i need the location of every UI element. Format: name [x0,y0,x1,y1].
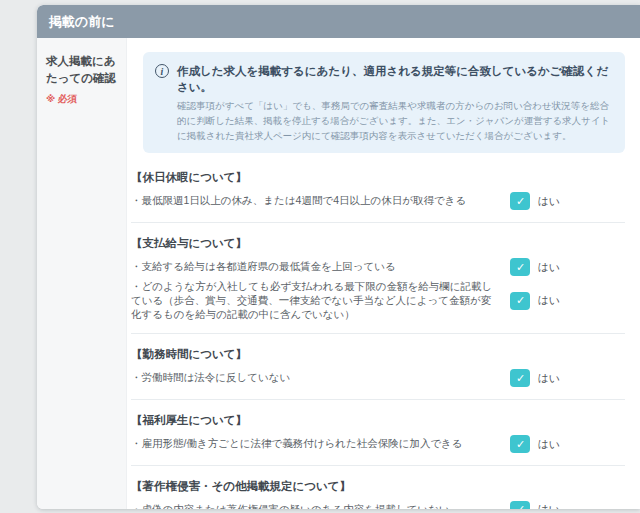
yes-checkbox-group[interactable]: ✓はい [510,292,560,310]
checkbox-label[interactable]: はい [537,293,560,308]
panel-body: 求人掲載にあたっての確認 ※ 必須 i 作成した求人を掲載するにあたり、適用され… [37,38,640,509]
sidebar: 求人掲載にあたっての確認 ※ 必須 [37,38,127,509]
checklist-section: 【著作権侵害・その他掲載規定について】・虚偽の内容または著作権侵害の疑いのある内… [131,466,625,509]
check-item-text: ・虚偽の内容または著作権侵害の疑いのある内容を掲載していない [131,503,499,509]
notice-body: 確認事項がすべて「はい」でも、事務局での審査結果や求職者の方からのお問い合わせ状… [177,99,611,143]
yes-checkbox-group[interactable]: ✓はい [510,501,560,509]
checkbox-checked[interactable]: ✓ [510,501,530,509]
check-row: ・雇用形態/働き方ごとに法律で義務付けられた社会保険に加入できる✓はい [131,435,625,453]
section-heading: 【休日休暇について】 [131,170,625,185]
check-row: ・最低限週1日以上の休み、または4週間で4日以上の休日が取得できる✓はい [131,192,625,210]
checkbox-checked[interactable]: ✓ [510,258,530,276]
checkbox-label[interactable]: はい [537,194,560,209]
panel-header: 掲載の前に [37,5,640,38]
checklist-section: 【休日休暇について】・最低限週1日以上の休み、または4週間で4日以上の休日が取得… [131,157,625,223]
check-item-text: ・支給する給与は各都道府県の最低賃金を上回っている [131,260,499,274]
check-icon: ✓ [516,373,525,384]
section-heading: 【支払給与について】 [131,236,625,251]
section-heading: 【福利厚生について】 [131,413,625,428]
main-content: i 作成した求人を掲載するにあたり、適用される規定等に合致しているかご確認くださ… [127,38,640,509]
yes-checkbox-group[interactable]: ✓はい [510,435,560,453]
checkbox-label[interactable]: はい [537,437,560,452]
checklist-section: 【福利厚生について】・雇用形態/働き方ごとに法律で義務付けられた社会保険に加入で… [131,400,625,466]
yes-checkbox-group[interactable]: ✓はい [510,192,560,210]
yes-checkbox-group[interactable]: ✓はい [510,369,560,387]
checkbox-label[interactable]: はい [537,371,560,386]
notice-box: i 作成した求人を掲載するにあたり、適用される規定等に合致しているかご確認くださ… [143,52,625,153]
checkbox-label[interactable]: はい [537,260,560,275]
check-row: ・支給する給与は各都道府県の最低賃金を上回っている✓はい [131,258,625,276]
checklist-section: 【勤務時間について】・労働時間は法令に反していない✓はい [131,334,625,400]
info-icon: i [155,64,169,78]
field-label-confirmation: 求人掲載にあたっての確認 [46,53,121,86]
job-posting-check-panel: 掲載の前に 求人掲載にあたっての確認 ※ 必須 i 作成した求人を掲載するにあた… [37,5,640,509]
check-icon: ✓ [516,262,525,273]
notice-heading: 作成した求人を掲載するにあたり、適用される規定等に合致しているかご確認ください。 [177,63,611,95]
check-row: ・どのような方が入社しても必ず支払われる最下限の金額を給与欄に記載している（歩合… [131,280,625,321]
notice-text-block: 作成した求人を掲載するにあたり、適用される規定等に合致しているかご確認ください。… [177,63,611,143]
checklist-section: 【支払給与について】・支給する給与は各都道府県の最低賃金を上回っている✓はい・ど… [131,223,625,334]
check-row: ・虚偽の内容または著作権侵害の疑いのある内容を掲載していない✓はい [131,501,625,509]
checkbox-checked[interactable]: ✓ [510,192,530,210]
check-item-text: ・労働時間は法令に反していない [131,371,499,385]
section-heading: 【勤務時間について】 [131,347,625,362]
check-icon: ✓ [516,196,525,207]
checkbox-label[interactable]: はい [537,502,560,509]
yes-checkbox-group[interactable]: ✓はい [510,258,560,276]
check-item-text: ・雇用形態/働き方ごとに法律で義務付けられた社会保険に加入できる [131,437,499,451]
check-item-text: ・どのような方が入社しても必ず支払われる最下限の金額を給与欄に記載している（歩合… [131,280,499,321]
check-icon: ✓ [516,439,525,450]
page-background: 掲載の前に 求人掲載にあたっての確認 ※ 必須 i 作成した求人を掲載するにあた… [0,0,640,513]
required-badge: ※ 必須 [46,93,121,106]
section-heading: 【著作権侵害・その他掲載規定について】 [131,479,625,494]
checkbox-checked[interactable]: ✓ [510,435,530,453]
checkbox-checked[interactable]: ✓ [510,292,530,310]
check-item-text: ・最低限週1日以上の休み、または4週間で4日以上の休日が取得できる [131,194,499,208]
panel-title: 掲載の前に [49,14,115,29]
check-icon: ✓ [516,295,525,306]
check-icon: ✓ [516,504,525,509]
checkbox-checked[interactable]: ✓ [510,369,530,387]
check-row: ・労働時間は法令に反していない✓はい [131,369,625,387]
checklist: 【休日休暇について】・最低限週1日以上の休み、または4週間で4日以上の休日が取得… [131,157,625,509]
